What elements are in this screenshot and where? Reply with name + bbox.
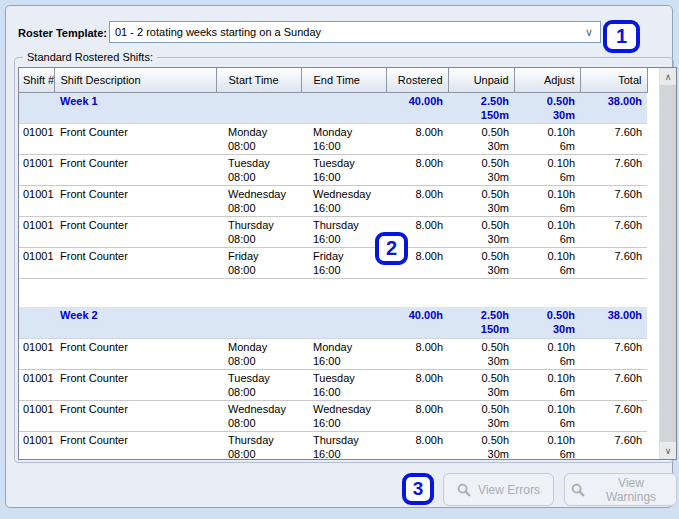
cell: 7.60h [580,154,647,185]
cell: Thursday16:00 [301,216,386,247]
cell [216,307,301,338]
cell: 8.00h [386,431,448,459]
cell: Tuesday16:00 [301,154,386,185]
cell: 0.10h6m [514,185,580,216]
view-warnings-label: View Warnings [592,476,670,504]
cell: 0.10h6m [514,216,580,247]
cell: 01001 [19,185,54,216]
cell: 0.50h30m [448,400,514,431]
cell [216,92,301,123]
cell: 8.00h [386,123,448,154]
shift-row[interactable]: 01001Front CounterWednesday08:00Wednesda… [19,185,647,216]
cell: 01001 [19,123,54,154]
cell [19,92,54,123]
scrollbar-thumb[interactable] [660,85,676,442]
annotation-3-number: 3 [413,478,424,500]
week-summary-row[interactable]: Week 240.00h2.50h150m0.50h30m38.00h [19,307,647,338]
column-header-total[interactable]: Total [580,68,647,92]
scroll-up-icon[interactable]: ∧ [660,68,676,85]
cell: 0.50h30m [448,431,514,459]
cell: 40.00h [386,307,448,338]
cell: 2.50h150m [448,92,514,123]
cell: 0.10h6m [514,400,580,431]
cell: Front Counter [54,431,216,459]
cell: 7.60h [580,185,647,216]
cell: 38.00h [580,307,647,338]
roster-panel: Roster Template: 01 - 2 rotating weeks s… [5,5,673,508]
groupbox-title: Standard Rostered Shifts: [23,51,157,63]
cell [19,307,54,338]
chevron-down-icon: ∨ [585,22,593,42]
cell: Wednesday16:00 [301,185,386,216]
annotation-2-number: 2 [386,237,397,260]
cell: 7.60h [580,431,647,459]
cell: 7.60h [580,216,647,247]
roster-template-dropdown[interactable]: 01 - 2 rotating weeks starting on a Sund… [109,21,601,43]
cell: 0.50h30m [448,154,514,185]
cell: Wednesday08:00 [216,185,301,216]
column-header-shift-[interactable]: Shift # [19,68,54,92]
cell: 7.60h [580,338,647,369]
cell: Thursday08:00 [216,216,301,247]
shift-row[interactable]: 01001Front CounterMonday08:00Monday16:00… [19,338,647,369]
cell: Wednesday16:00 [301,400,386,431]
spacer-row [19,278,647,307]
cell: Thursday08:00 [216,431,301,459]
shift-row[interactable]: 01001Front CounterWednesday08:00Wednesda… [19,400,647,431]
view-warnings-button[interactable]: View Warnings [564,473,677,506]
cell: Friday16:00 [301,247,386,278]
cell: 8.00h [386,185,448,216]
cell: Front Counter [54,400,216,431]
cell: 0.10h6m [514,247,580,278]
annotation-marker-2: 2 [375,232,408,265]
scroll-down-icon[interactable]: ∨ [660,442,676,459]
cell: 0.50h30m [448,216,514,247]
vertical-scrollbar[interactable]: ∧ ∨ [659,68,676,459]
cell: 40.00h [386,92,448,123]
cell: Friday08:00 [216,247,301,278]
column-header-adjust[interactable]: Adjust [514,68,580,92]
cell: 8.00h [386,400,448,431]
roster-template-selected-value: 01 - 2 rotating weeks starting on a Sund… [115,26,321,38]
cell: Week 2 [54,307,216,338]
shift-row[interactable]: 01001Front CounterMonday08:00Monday16:00… [19,123,647,154]
column-header-start-time[interactable]: Start Time [216,68,301,92]
shifts-table: Shift #Shift DescriptionStart TimeEnd Ti… [19,68,648,459]
cell: Wednesday08:00 [216,400,301,431]
cell: 01001 [19,431,54,459]
cell: Front Counter [54,247,216,278]
cell: 0.10h6m [514,123,580,154]
week-summary-row[interactable]: Week 140.00h2.50h150m0.50h30m38.00h [19,92,647,123]
annotation-1-number: 1 [616,25,627,48]
column-header-shift-description[interactable]: Shift Description [54,68,216,92]
cell: 0.50h30m [448,369,514,400]
cell: Front Counter [54,216,216,247]
cell: Front Counter [54,338,216,369]
cell: 0.50h30m [514,92,580,123]
cell: Front Counter [54,123,216,154]
cell: 38.00h [580,92,647,123]
column-header-unpaid[interactable]: Unpaid [448,68,514,92]
cell: 0.50h30m [448,185,514,216]
shift-row[interactable]: 01001Front CounterThursday08:00Thursday1… [19,216,647,247]
cell: 0.10h6m [514,338,580,369]
view-errors-label: View Errors [478,483,540,497]
cell: 7.60h [580,247,647,278]
cell: 0.50h30m [448,247,514,278]
cell: 7.60h [580,123,647,154]
view-errors-button[interactable]: View Errors [443,473,554,506]
shift-row[interactable]: 01001Front CounterTuesday08:00Tuesday16:… [19,369,647,400]
cell: 8.00h [386,338,448,369]
cell: 2.50h150m [448,307,514,338]
shift-row[interactable]: 01001Front CounterThursday08:00Thursday1… [19,431,647,459]
cell: 0.10h6m [514,369,580,400]
shift-row[interactable]: 01001Front CounterTuesday08:00Tuesday16:… [19,154,647,185]
cell [301,92,386,123]
column-header-end-time[interactable]: End Time [301,68,386,92]
cell: 8.00h [386,369,448,400]
shift-row[interactable]: 01001Front CounterFriday08:00Friday16:00… [19,247,647,278]
cell: 0.50h30m [448,123,514,154]
cell: Tuesday08:00 [216,154,301,185]
shifts-table-header: Shift #Shift DescriptionStart TimeEnd Ti… [19,68,647,92]
column-header-rostered[interactable]: Rostered [386,68,448,92]
